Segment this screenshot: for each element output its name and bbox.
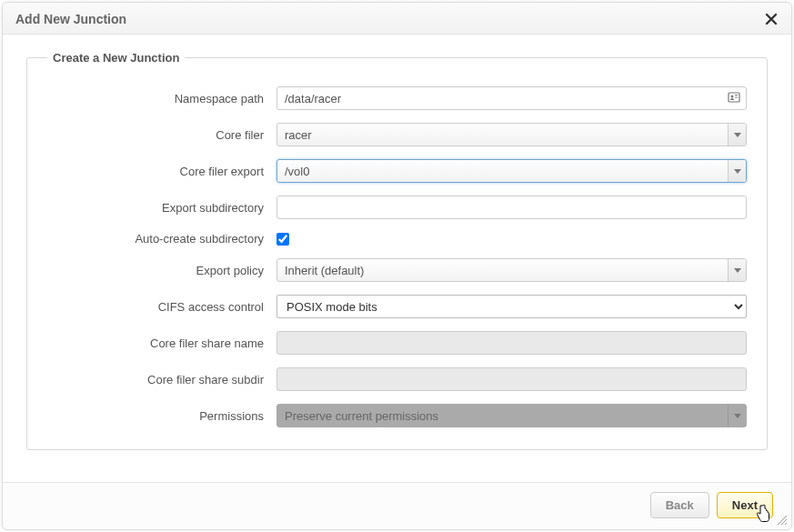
share-name-input (276, 331, 747, 355)
row-cifs-access: CIFS access control POSIX mode bits (47, 295, 747, 318)
fieldset-legend: Create a New Junction (47, 51, 185, 65)
add-junction-dialog: Add New Junction Create a New Junction N… (2, 2, 792, 530)
resize-grip-icon[interactable] (775, 513, 788, 526)
auto-create-checkbox[interactable] (276, 233, 289, 246)
cifs-access-select[interactable]: POSIX mode bits (276, 295, 747, 318)
row-export-subdir: Export subdirectory (47, 196, 747, 219)
label-export-subdir: Export subdirectory (47, 201, 276, 215)
contact-card-icon (727, 90, 741, 105)
label-share-subdir: Core filer share subdir (47, 373, 276, 386)
label-cifs-access: CIFS access control (47, 300, 276, 314)
next-button[interactable]: Next (717, 492, 773, 518)
row-core-filer: Core filer racer (47, 123, 747, 146)
row-core-filer-export: Core filer export /vol0 (47, 159, 747, 183)
svg-point-1 (731, 95, 734, 98)
export-policy-value: Inherit (default) (285, 264, 728, 277)
core-filer-select[interactable]: racer (276, 123, 747, 146)
row-namespace-path: Namespace path (47, 86, 747, 110)
core-filer-export-select[interactable]: /vol0 (276, 159, 747, 183)
permissions-value: Preserve current permissions (285, 409, 728, 423)
close-icon[interactable] (764, 12, 779, 26)
dialog-title: Add New Junction (15, 12, 126, 26)
core-filer-value: racer (285, 128, 728, 142)
dialog-footer: Back Next (3, 482, 791, 529)
dialog-content: Create a New Junction Namespace path Cor… (3, 35, 791, 482)
permissions-select: Preserve current permissions (276, 404, 747, 427)
chevron-down-icon (728, 405, 746, 427)
export-subdir-input[interactable] (276, 196, 747, 219)
svg-rect-0 (729, 93, 739, 102)
label-export-policy: Export policy (47, 264, 276, 277)
junction-fieldset: Create a New Junction Namespace path Cor… (26, 51, 768, 450)
dialog-titlebar: Add New Junction (3, 3, 791, 35)
chevron-down-icon (728, 124, 746, 146)
chevron-down-icon (728, 160, 746, 182)
core-filer-export-value: /vol0 (285, 165, 728, 178)
row-share-name: Core filer share name (47, 331, 747, 355)
label-core-filer: Core filer (47, 128, 276, 142)
chevron-down-icon (728, 259, 746, 281)
row-auto-create: Auto-create subdirectory (47, 232, 747, 246)
label-auto-create: Auto-create subdirectory (47, 232, 276, 246)
label-permissions: Permissions (47, 409, 276, 423)
label-share-name: Core filer share name (47, 336, 276, 350)
row-permissions: Permissions Preserve current permissions (47, 404, 747, 427)
label-namespace-path: Namespace path (47, 92, 276, 105)
share-subdir-input (276, 367, 747, 391)
row-export-policy: Export policy Inherit (default) (47, 258, 747, 282)
back-button[interactable]: Back (650, 492, 709, 518)
namespace-path-input[interactable] (276, 86, 747, 110)
row-share-subdir: Core filer share subdir (47, 367, 747, 391)
label-core-filer-export: Core filer export (47, 165, 276, 178)
svg-line-6 (785, 523, 787, 525)
export-policy-select[interactable]: Inherit (default) (276, 258, 747, 282)
